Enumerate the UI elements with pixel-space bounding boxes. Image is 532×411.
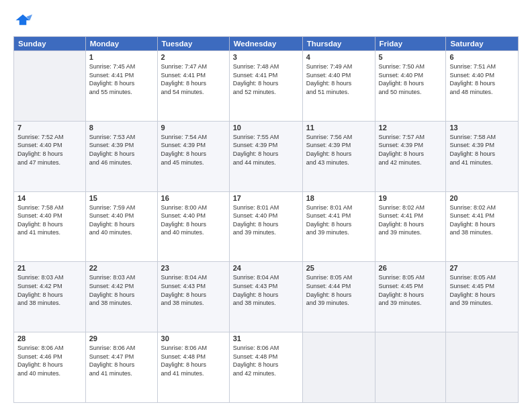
day-number: 5 bbox=[379, 53, 443, 61]
cell-info: Sunrise: 8:04 AM Sunset: 4:43 PM Dayligh… bbox=[233, 273, 299, 307]
logo bbox=[13, 12, 35, 31]
cell-info: Sunrise: 8:06 AM Sunset: 4:46 PM Dayligh… bbox=[17, 344, 82, 377]
logo-icon bbox=[13, 12, 32, 31]
calendar-body: 1Sunrise: 7:45 AM Sunset: 4:41 PM Daylig… bbox=[14, 51, 519, 403]
cell-info: Sunrise: 8:06 AM Sunset: 4:48 PM Dayligh… bbox=[161, 344, 226, 377]
cell-info: Sunrise: 8:06 AM Sunset: 4:47 PM Dayligh… bbox=[89, 344, 154, 377]
day-number: 20 bbox=[449, 194, 515, 202]
calendar-cell: 11Sunrise: 7:56 AM Sunset: 4:39 PM Dayli… bbox=[302, 121, 375, 191]
day-header-thursday: Thursday bbox=[302, 37, 375, 51]
calendar-cell: 20Sunrise: 8:02 AM Sunset: 4:41 PM Dayli… bbox=[446, 191, 519, 262]
week-row-2: 7Sunrise: 7:52 AM Sunset: 4:40 PM Daylig… bbox=[14, 121, 519, 191]
calendar-cell: 22Sunrise: 8:03 AM Sunset: 4:42 PM Dayli… bbox=[85, 262, 157, 332]
week-row-3: 14Sunrise: 7:58 AM Sunset: 4:40 PM Dayli… bbox=[14, 191, 519, 262]
day-number: 11 bbox=[306, 124, 371, 132]
day-number: 23 bbox=[161, 264, 226, 272]
calendar-cell: 25Sunrise: 8:05 AM Sunset: 4:44 PM Dayli… bbox=[302, 262, 375, 332]
cell-info: Sunrise: 8:04 AM Sunset: 4:43 PM Dayligh… bbox=[161, 273, 226, 307]
calendar-cell bbox=[375, 332, 446, 403]
day-number: 7 bbox=[17, 124, 82, 132]
cell-info: Sunrise: 7:57 AM Sunset: 4:39 PM Dayligh… bbox=[379, 133, 443, 167]
day-number: 25 bbox=[306, 264, 371, 272]
day-number: 28 bbox=[17, 334, 82, 342]
day-header-tuesday: Tuesday bbox=[157, 37, 229, 51]
day-of-week-row: SundayMondayTuesdayWednesdayThursdayFrid… bbox=[14, 37, 519, 51]
day-number: 16 bbox=[161, 194, 226, 202]
cell-info: Sunrise: 7:52 AM Sunset: 4:40 PM Dayligh… bbox=[17, 133, 82, 167]
cell-info: Sunrise: 7:53 AM Sunset: 4:39 PM Dayligh… bbox=[89, 133, 154, 167]
cell-info: Sunrise: 8:06 AM Sunset: 4:48 PM Dayligh… bbox=[233, 344, 299, 377]
week-row-5: 28Sunrise: 8:06 AM Sunset: 4:46 PM Dayli… bbox=[14, 332, 519, 403]
cell-info: Sunrise: 8:02 AM Sunset: 4:41 PM Dayligh… bbox=[379, 203, 443, 237]
cell-info: Sunrise: 8:01 AM Sunset: 4:40 PM Dayligh… bbox=[233, 203, 299, 237]
calendar-cell: 17Sunrise: 8:01 AM Sunset: 4:40 PM Dayli… bbox=[229, 191, 302, 262]
calendar-cell: 12Sunrise: 7:57 AM Sunset: 4:39 PM Dayli… bbox=[375, 121, 446, 191]
cell-info: Sunrise: 8:05 AM Sunset: 4:45 PM Dayligh… bbox=[449, 273, 515, 307]
calendar-cell: 16Sunrise: 8:00 AM Sunset: 4:40 PM Dayli… bbox=[157, 191, 229, 262]
cell-info: Sunrise: 7:58 AM Sunset: 4:39 PM Dayligh… bbox=[449, 133, 515, 167]
calendar-cell: 7Sunrise: 7:52 AM Sunset: 4:40 PM Daylig… bbox=[14, 121, 86, 191]
week-row-4: 21Sunrise: 8:03 AM Sunset: 4:42 PM Dayli… bbox=[14, 262, 519, 332]
day-number: 2 bbox=[161, 53, 226, 61]
day-header-sunday: Sunday bbox=[14, 37, 86, 51]
day-number: 15 bbox=[89, 194, 154, 202]
cell-info: Sunrise: 8:05 AM Sunset: 4:44 PM Dayligh… bbox=[306, 273, 371, 307]
cell-info: Sunrise: 8:03 AM Sunset: 4:42 PM Dayligh… bbox=[89, 273, 154, 307]
calendar-cell: 13Sunrise: 7:58 AM Sunset: 4:39 PM Dayli… bbox=[446, 121, 519, 191]
day-number: 8 bbox=[89, 124, 154, 132]
cell-info: Sunrise: 7:51 AM Sunset: 4:40 PM Dayligh… bbox=[449, 62, 515, 96]
calendar-cell: 1Sunrise: 7:45 AM Sunset: 4:41 PM Daylig… bbox=[85, 51, 157, 122]
calendar-cell: 6Sunrise: 7:51 AM Sunset: 4:40 PM Daylig… bbox=[446, 51, 519, 122]
svg-marker-0 bbox=[16, 15, 30, 26]
calendar-cell: 4Sunrise: 7:49 AM Sunset: 4:40 PM Daylig… bbox=[302, 51, 375, 122]
cell-info: Sunrise: 7:59 AM Sunset: 4:40 PM Dayligh… bbox=[89, 203, 154, 237]
day-number: 21 bbox=[17, 264, 82, 272]
day-number: 6 bbox=[449, 53, 515, 61]
cell-info: Sunrise: 8:00 AM Sunset: 4:40 PM Dayligh… bbox=[161, 203, 226, 237]
calendar-table: SundayMondayTuesdayWednesdayThursdayFrid… bbox=[13, 36, 519, 403]
day-number: 13 bbox=[449, 124, 515, 132]
calendar-cell: 28Sunrise: 8:06 AM Sunset: 4:46 PM Dayli… bbox=[14, 332, 86, 403]
cell-info: Sunrise: 7:55 AM Sunset: 4:39 PM Dayligh… bbox=[233, 133, 299, 167]
cell-info: Sunrise: 7:54 AM Sunset: 4:39 PM Dayligh… bbox=[161, 133, 226, 167]
calendar-cell: 27Sunrise: 8:05 AM Sunset: 4:45 PM Dayli… bbox=[446, 262, 519, 332]
day-number: 17 bbox=[233, 194, 299, 202]
day-number: 18 bbox=[306, 194, 371, 202]
calendar-cell: 10Sunrise: 7:55 AM Sunset: 4:39 PM Dayli… bbox=[229, 121, 302, 191]
cell-info: Sunrise: 8:02 AM Sunset: 4:41 PM Dayligh… bbox=[449, 203, 515, 237]
calendar-cell: 18Sunrise: 8:01 AM Sunset: 4:41 PM Dayli… bbox=[302, 191, 375, 262]
calendar-cell bbox=[302, 332, 375, 403]
cell-info: Sunrise: 8:03 AM Sunset: 4:42 PM Dayligh… bbox=[17, 273, 82, 307]
day-number: 12 bbox=[379, 124, 443, 132]
calendar-cell bbox=[14, 51, 86, 122]
cell-info: Sunrise: 7:58 AM Sunset: 4:40 PM Dayligh… bbox=[17, 203, 82, 237]
calendar-cell: 19Sunrise: 8:02 AM Sunset: 4:41 PM Dayli… bbox=[375, 191, 446, 262]
day-number: 9 bbox=[161, 124, 226, 132]
cell-info: Sunrise: 7:47 AM Sunset: 4:41 PM Dayligh… bbox=[161, 62, 226, 96]
day-header-wednesday: Wednesday bbox=[229, 37, 302, 51]
day-number: 26 bbox=[379, 264, 443, 272]
cell-info: Sunrise: 7:48 AM Sunset: 4:41 PM Dayligh… bbox=[233, 62, 299, 96]
day-number: 27 bbox=[449, 264, 515, 272]
calendar-cell: 2Sunrise: 7:47 AM Sunset: 4:41 PM Daylig… bbox=[157, 51, 229, 122]
day-number: 19 bbox=[379, 194, 443, 202]
calendar-cell: 8Sunrise: 7:53 AM Sunset: 4:39 PM Daylig… bbox=[85, 121, 157, 191]
day-number: 10 bbox=[233, 124, 299, 132]
calendar-cell: 31Sunrise: 8:06 AM Sunset: 4:48 PM Dayli… bbox=[229, 332, 302, 403]
cell-info: Sunrise: 8:05 AM Sunset: 4:45 PM Dayligh… bbox=[379, 273, 443, 307]
cell-info: Sunrise: 7:45 AM Sunset: 4:41 PM Dayligh… bbox=[89, 62, 154, 96]
calendar-cell: 30Sunrise: 8:06 AM Sunset: 4:48 PM Dayli… bbox=[157, 332, 229, 403]
calendar-cell: 23Sunrise: 8:04 AM Sunset: 4:43 PM Dayli… bbox=[157, 262, 229, 332]
cell-info: Sunrise: 7:49 AM Sunset: 4:40 PM Dayligh… bbox=[306, 62, 371, 96]
calendar-cell: 21Sunrise: 8:03 AM Sunset: 4:42 PM Dayli… bbox=[14, 262, 86, 332]
day-number: 29 bbox=[89, 334, 154, 342]
calendar-cell: 3Sunrise: 7:48 AM Sunset: 4:41 PM Daylig… bbox=[229, 51, 302, 122]
day-number: 14 bbox=[17, 194, 82, 202]
calendar-cell bbox=[446, 332, 519, 403]
calendar-cell: 9Sunrise: 7:54 AM Sunset: 4:39 PM Daylig… bbox=[157, 121, 229, 191]
day-header-friday: Friday bbox=[375, 37, 446, 51]
day-number: 4 bbox=[306, 53, 371, 61]
calendar-cell: 15Sunrise: 7:59 AM Sunset: 4:40 PM Dayli… bbox=[85, 191, 157, 262]
day-number: 31 bbox=[233, 334, 299, 342]
day-number: 24 bbox=[233, 264, 299, 272]
